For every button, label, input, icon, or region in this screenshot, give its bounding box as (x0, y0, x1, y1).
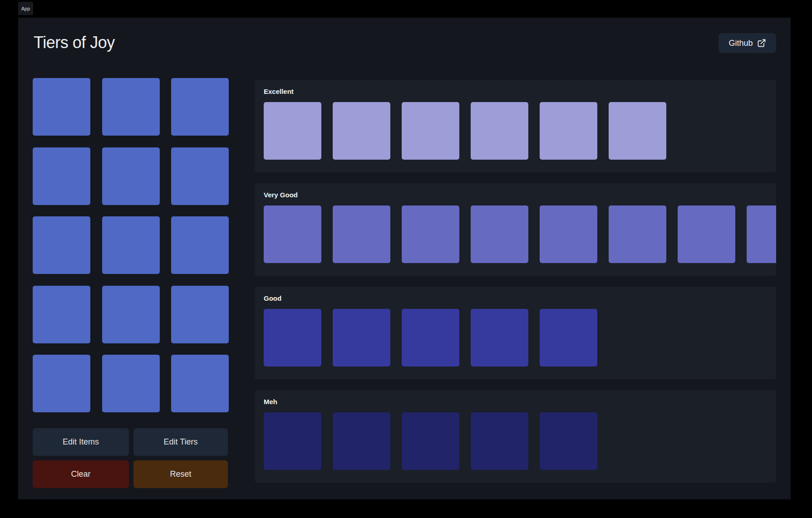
pool-item[interactable] (102, 147, 160, 205)
tier-label: Very Good (264, 191, 776, 200)
edit-items-label: Edit Items (63, 437, 99, 447)
clear-button[interactable]: Clear (33, 460, 129, 488)
tier-item[interactable] (609, 205, 666, 263)
tier-label: Good (264, 294, 776, 303)
item-pool (33, 78, 229, 412)
tier-list: Excellent Very Good Good Meh (255, 80, 776, 494)
tier-item[interactable] (333, 309, 390, 367)
tier-item[interactable] (402, 309, 459, 367)
tier-item[interactable] (471, 102, 528, 160)
pool-item[interactable] (171, 286, 229, 343)
pool-item[interactable] (33, 216, 90, 274)
tier-item[interactable] (540, 205, 597, 263)
tier-item[interactable] (333, 102, 390, 160)
tier-label: Meh (264, 397, 776, 406)
tier-row[interactable]: Meh (255, 390, 776, 483)
tier-items (264, 309, 776, 367)
clear-label: Clear (71, 469, 90, 479)
tier-item[interactable] (540, 309, 597, 367)
edit-items-button[interactable]: Edit Items (33, 428, 129, 456)
tier-item[interactable] (264, 205, 321, 263)
pool-item[interactable] (171, 147, 229, 205)
tier-item[interactable] (540, 412, 597, 470)
reset-button[interactable]: Reset (133, 460, 228, 488)
tier-item[interactable] (402, 205, 459, 263)
pool-item[interactable] (33, 355, 90, 412)
tier-items (264, 205, 776, 263)
tier-row[interactable]: Very Good (255, 183, 776, 276)
edit-tiers-label: Edit Tiers (163, 437, 197, 447)
tier-label: Excellent (264, 87, 776, 96)
tier-item[interactable] (471, 205, 528, 263)
pool-item[interactable] (102, 216, 160, 274)
tier-item[interactable] (264, 412, 321, 470)
tier-row[interactable]: Excellent (255, 80, 776, 172)
tier-item[interactable] (333, 412, 390, 470)
tier-row[interactable]: Good (255, 287, 776, 379)
pool-item[interactable] (33, 147, 90, 205)
app-tab-badge[interactable]: App (18, 2, 33, 15)
pool-item[interactable] (102, 78, 160, 136)
external-link-icon (757, 39, 766, 48)
pool-item[interactable] (33, 78, 90, 136)
pool-item[interactable] (171, 78, 229, 136)
tier-item[interactable] (264, 309, 321, 367)
tier-item[interactable] (471, 412, 528, 470)
tier-item[interactable] (609, 102, 666, 160)
tier-item[interactable] (402, 412, 459, 470)
tier-item[interactable] (333, 205, 390, 263)
reset-label: Reset (170, 469, 191, 479)
tier-items (264, 102, 776, 160)
tier-item[interactable] (540, 102, 597, 160)
page-title: Tiers of Joy (34, 33, 115, 53)
pool-item[interactable] (171, 355, 229, 412)
app-window: Tiers of Joy Github Edit Items Edit Tier… (18, 18, 791, 499)
tier-items (264, 412, 776, 470)
pool-item[interactable] (33, 286, 90, 343)
pool-item[interactable] (102, 355, 160, 412)
github-button[interactable]: Github (718, 33, 776, 53)
tier-item[interactable] (264, 102, 321, 160)
pool-item[interactable] (102, 286, 160, 343)
tier-item[interactable] (747, 205, 776, 263)
tier-item[interactable] (678, 205, 735, 263)
app-tab-label: App (21, 6, 30, 11)
tier-item[interactable] (402, 102, 459, 160)
github-button-label: Github (728, 39, 753, 48)
pool-item[interactable] (171, 216, 229, 274)
edit-tiers-button[interactable]: Edit Tiers (133, 428, 228, 456)
tier-item[interactable] (471, 309, 528, 367)
